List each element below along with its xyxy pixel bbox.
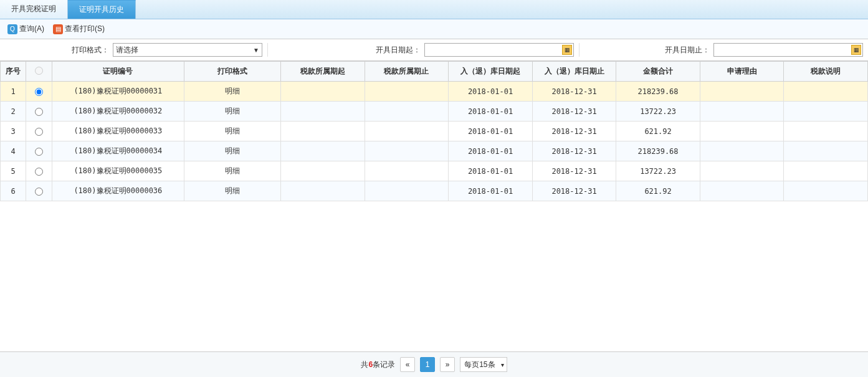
cell-amt: 621.92 xyxy=(616,122,700,141)
cell-idx: 5 xyxy=(1,161,26,181)
row-radio[interactable] xyxy=(35,128,43,136)
cell-select xyxy=(26,181,52,201)
cell-dfrom: 2018-01-01 xyxy=(449,102,533,122)
cell-pto xyxy=(365,161,449,181)
tab-bar: 开具完税证明 证明开具历史 xyxy=(0,0,868,19)
cell-pfrom xyxy=(281,181,365,201)
print-label: 查看打印(S) xyxy=(65,24,105,34)
cell-select xyxy=(26,161,52,181)
cell-pfrom xyxy=(281,122,365,141)
select-all-radio[interactable] xyxy=(35,67,43,75)
cell-desc xyxy=(784,102,868,122)
col-tax-desc: 税款说明 xyxy=(784,62,868,82)
date-from-label: 开具日期起： xyxy=(376,45,421,55)
cell-desc xyxy=(784,181,868,201)
cell-pfrom xyxy=(281,161,365,181)
cell-dto: 2018-12-31 xyxy=(532,122,616,141)
cell-desc xyxy=(784,141,868,161)
cell-amt: 218239.68 xyxy=(616,82,700,102)
col-print-fmt: 打印格式 xyxy=(184,62,280,82)
col-tax-period-to: 税款所属期止 xyxy=(365,62,449,82)
search-icon: Q xyxy=(7,24,17,34)
print-format-select[interactable]: 请选择 ▼ xyxy=(113,43,262,57)
cell-select xyxy=(26,102,52,122)
view-print-button[interactable]: ▤ 查看打印(S) xyxy=(50,22,107,36)
cell-reason xyxy=(700,161,784,181)
row-radio[interactable] xyxy=(35,108,43,116)
cell-dto: 2018-12-31 xyxy=(532,102,616,122)
cell-amt: 13722.23 xyxy=(616,102,700,122)
cell-desc xyxy=(784,82,868,102)
cell-fmt: 明细 xyxy=(184,161,280,181)
cell-amt: 621.92 xyxy=(616,181,700,201)
cell-amt: 13722.23 xyxy=(616,161,700,181)
col-idx: 序号 xyxy=(1,62,26,82)
tab-cert-history[interactable]: 证明开具历史 xyxy=(68,0,136,19)
cell-dfrom: 2018-01-01 xyxy=(449,161,533,181)
cell-cert-no: (180)豫税证明00000034 xyxy=(52,141,184,161)
cell-cert-no: (180)豫税证明00000036 xyxy=(52,181,184,201)
cell-cert-no: (180)豫税证明00000033 xyxy=(52,122,184,141)
cell-dfrom: 2018-01-01 xyxy=(449,82,533,102)
cell-dto: 2018-12-31 xyxy=(532,82,616,102)
cell-cert-no: (180)豫税证明00000035 xyxy=(52,161,184,181)
print-format-value: 请选择 xyxy=(116,45,138,55)
date-from-input[interactable]: ▦ xyxy=(424,43,574,57)
col-in-date-from: 入（退）库日期起 xyxy=(449,62,533,82)
cell-fmt: 明细 xyxy=(184,122,280,141)
calendar-icon: ▦ xyxy=(562,45,572,55)
row-radio[interactable] xyxy=(35,88,43,96)
col-select xyxy=(26,62,52,82)
cell-dfrom: 2018-01-01 xyxy=(449,122,533,141)
table-row[interactable]: 1 (180)豫税证明00000031 明细 2018-01-01 2018-1… xyxy=(1,82,868,102)
cell-fmt: 明细 xyxy=(184,181,280,201)
data-table: 序号 证明编号 打印格式 税款所属期起 税款所属期止 入（退）库日期起 入（退）… xyxy=(0,61,868,201)
cell-dto: 2018-12-31 xyxy=(532,161,616,181)
table-row[interactable]: 6 (180)豫税证明00000036 明细 2018-01-01 2018-1… xyxy=(1,181,868,201)
cell-fmt: 明细 xyxy=(184,82,280,102)
cell-amt: 218239.68 xyxy=(616,141,700,161)
col-amount: 金额合计 xyxy=(616,62,700,82)
col-reason: 申请理由 xyxy=(700,62,784,82)
cell-idx: 4 xyxy=(1,141,26,161)
table-row[interactable]: 3 (180)豫税证明00000033 明细 2018-01-01 2018-1… xyxy=(1,122,868,141)
table-row[interactable]: 2 (180)豫税证明00000032 明细 2018-01-01 2018-1… xyxy=(1,102,868,122)
table-row[interactable]: 5 (180)豫税证明00000035 明细 2018-01-01 2018-1… xyxy=(1,161,868,181)
query-label: 查询(A) xyxy=(19,24,44,34)
cell-idx: 6 xyxy=(1,181,26,201)
cell-reason xyxy=(700,122,784,141)
cell-reason xyxy=(700,181,784,201)
cell-idx: 2 xyxy=(1,102,26,122)
cell-cert-no: (180)豫税证明00000031 xyxy=(52,82,184,102)
row-radio[interactable] xyxy=(35,168,43,176)
cell-dto: 2018-12-31 xyxy=(532,141,616,161)
cell-dfrom: 2018-01-01 xyxy=(449,141,533,161)
row-radio[interactable] xyxy=(35,188,43,196)
col-cert-no: 证明编号 xyxy=(52,62,184,82)
chevron-down-icon: ▼ xyxy=(253,47,259,54)
table-row[interactable]: 4 (180)豫税证明00000034 明细 2018-01-01 2018-1… xyxy=(1,141,868,161)
cell-dto: 2018-12-31 xyxy=(532,181,616,201)
cell-fmt: 明细 xyxy=(184,102,280,122)
toolbar: Q 查询(A) ▤ 查看打印(S) xyxy=(0,19,868,39)
cell-pfrom xyxy=(281,102,365,122)
date-to-label: 开具日期止： xyxy=(665,45,710,55)
filter-bar: 打印格式： 请选择 ▼ 开具日期起： ▦ 开具日期止： ▦ xyxy=(0,39,868,61)
cell-idx: 1 xyxy=(1,82,26,102)
cell-pto xyxy=(365,82,449,102)
date-to-input[interactable]: ▦ xyxy=(713,43,863,57)
tab-issue-cert[interactable]: 开具完税证明 xyxy=(0,0,68,19)
cell-cert-no: (180)豫税证明00000032 xyxy=(52,102,184,122)
cell-pto xyxy=(365,141,449,161)
print-icon: ▤ xyxy=(53,24,63,34)
query-button[interactable]: Q 查询(A) xyxy=(5,22,47,36)
cell-pfrom xyxy=(281,82,365,102)
cell-pto xyxy=(365,122,449,141)
print-format-label: 打印格式： xyxy=(72,45,109,55)
calendar-icon: ▦ xyxy=(851,45,861,55)
cell-pfrom xyxy=(281,141,365,161)
row-radio[interactable] xyxy=(35,148,43,156)
table-header-row: 序号 证明编号 打印格式 税款所属期起 税款所属期止 入（退）库日期起 入（退）… xyxy=(1,62,868,82)
col-in-date-to: 入（退）库日期止 xyxy=(532,62,616,82)
cell-select xyxy=(26,82,52,102)
